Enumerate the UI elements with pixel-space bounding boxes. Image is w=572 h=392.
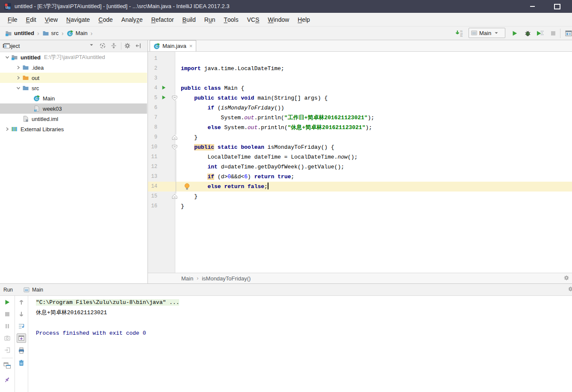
tree-item-untitled[interactable]: untitledE:\学习\java\PTA\untitled <box>0 52 147 62</box>
code-line-5[interactable]: 5 public static void main(String[] args)… <box>148 93 572 103</box>
nav-crumb-src[interactable]: src <box>42 30 59 37</box>
debug-button[interactable] <box>522 28 533 38</box>
code-line-4[interactable]: 4public class Main { <box>148 83 572 93</box>
code-line-10[interactable]: 10 public static boolean isMondayToFrida… <box>148 142 572 152</box>
minimize-button[interactable] <box>522 0 542 13</box>
menu-view[interactable]: View <box>41 13 62 26</box>
line-number: 5 <box>148 93 157 103</box>
menu-run[interactable]: Run <box>200 13 220 26</box>
run-tab-config-label[interactable]: Main <box>32 287 43 293</box>
restore-layout-button[interactable] <box>3 361 12 370</box>
menu-code[interactable]: Code <box>94 13 117 26</box>
tree-item-external-libraries[interactable]: External Libraries <box>0 124 147 134</box>
menu-tools[interactable]: Tools <box>219 13 242 26</box>
tree-item-untitled-iml[interactable]: untitled.iml <box>0 114 147 124</box>
close-tab-icon[interactable]: × <box>189 43 193 49</box>
editor-breadcrumb-class[interactable]: Main <box>181 275 193 282</box>
run-line-marker-icon[interactable] <box>161 95 166 100</box>
code-line-9[interactable]: 9 } <box>148 133 572 142</box>
code-lines[interactable]: 12import java.time.LocalDateTime;34publi… <box>148 54 572 211</box>
tree-item-src[interactable]: src <box>0 83 147 93</box>
chevron-down-icon[interactable] <box>15 85 22 91</box>
code-line-1[interactable]: 1 <box>148 54 572 64</box>
chevron-right-icon[interactable] <box>15 65 22 71</box>
menu-navigate[interactable]: Navigate <box>62 13 94 26</box>
code-line-2[interactable]: 2import java.time.LocalDateTime; <box>148 64 572 74</box>
maximize-button[interactable] <box>547 0 567 13</box>
run-toolbar-right <box>15 296 28 392</box>
hide-panel-icon[interactable] <box>135 42 142 49</box>
fold-end-icon[interactable] <box>172 135 177 140</box>
tree-item--idea[interactable]: .idea <box>0 62 147 73</box>
code-line-13[interactable]: 13 if (d>0&&d<6) return true; <box>148 172 572 182</box>
line-number: 2 <box>148 64 157 74</box>
iml-file-icon <box>22 115 29 122</box>
run-tool-window-header[interactable]: Run Main <box>0 284 572 296</box>
menu-help[interactable]: Help <box>293 13 314 26</box>
run-button[interactable] <box>510 28 520 38</box>
rerun-button[interactable] <box>3 298 12 307</box>
text-caret <box>268 183 268 189</box>
code-line-14[interactable]: 14 else return false; <box>148 182 572 192</box>
code-line-11[interactable]: 11 LocalDateTime dateTime = LocalDateTim… <box>148 152 572 162</box>
chevron-down-icon[interactable] <box>3 54 11 60</box>
gutter-markers <box>157 83 175 93</box>
run-console[interactable]: "C:\Program Files\Zulu\zulu-8\bin\java" … <box>28 296 572 392</box>
gear-icon[interactable] <box>124 42 131 49</box>
run-toolbar-left <box>0 296 15 392</box>
menu-refactor[interactable]: Refactor <box>147 13 178 26</box>
menu-file[interactable]: File <box>3 13 22 26</box>
tree-item-out[interactable]: out <box>0 73 147 83</box>
run-with-coverage-button[interactable] <box>535 28 545 38</box>
scroll-to-end-button[interactable] <box>17 333 26 343</box>
code-line-6[interactable]: 6 if (isMondayToFriday()) <box>148 103 572 113</box>
locate-file-icon[interactable] <box>99 42 106 49</box>
tab-main-java[interactable]: C Main.java × <box>150 40 196 51</box>
run-line-marker-icon[interactable] <box>161 85 166 90</box>
tree-item-label: .idea <box>32 65 44 71</box>
intention-bulb-icon[interactable] <box>184 183 190 190</box>
code-line-3[interactable]: 3 <box>148 74 572 83</box>
tree-item-week03[interactable]: Jweek03 <box>0 103 147 114</box>
fold-guide-line <box>176 100 176 135</box>
collapse-all-icon[interactable] <box>110 42 117 49</box>
tree-item-label: untitled.iml <box>32 116 58 122</box>
fold-open-icon[interactable] <box>172 95 177 101</box>
code-line-7[interactable]: 7 System.out.println("工作日+简卓林20162112302… <box>148 113 572 123</box>
nav-crumb-untitled[interactable]: untitled <box>5 30 34 37</box>
menu-vcs[interactable]: VCS <box>243 13 264 26</box>
line-number: 3 <box>148 74 157 83</box>
view-dropdown-icon[interactable] <box>89 42 94 47</box>
menu-analyze[interactable]: Analyze <box>117 13 147 26</box>
fold-open-icon[interactable] <box>172 144 177 150</box>
menu-edit[interactable]: Edit <box>22 13 41 26</box>
pin-tab-button[interactable] <box>3 375 12 385</box>
menu-window[interactable]: Window <box>264 13 294 26</box>
code-text: System.out.println("工作日+简卓林201621123021"… <box>175 113 374 123</box>
code-line-16[interactable]: 16} <box>148 201 572 211</box>
breadcrumb-gear-icon[interactable] <box>563 275 569 281</box>
tree-item-main[interactable]: CMain <box>0 93 147 103</box>
run-settings-gear-icon[interactable] <box>568 286 572 292</box>
update-project-icon[interactable]: 011001 <box>454 28 465 38</box>
code-text: else System.out.println("休息+简卓林201621123… <box>175 123 372 133</box>
nav-crumb-main[interactable]: CMain <box>67 30 88 37</box>
code-text: public class Main { <box>175 83 244 93</box>
code-editor[interactable]: 12import java.time.LocalDateTime;34publi… <box>148 52 572 273</box>
code-line-15[interactable]: 15 } <box>148 192 572 201</box>
code-line-12[interactable]: 12 int d=dateTime.getDayOfWeek().getValu… <box>148 162 572 172</box>
project-structure-icon[interactable] <box>563 28 572 38</box>
project-tool-window-header[interactable]: Project <box>0 40 147 52</box>
print-button[interactable] <box>17 346 26 355</box>
run-configuration-select[interactable]: Main <box>469 28 505 38</box>
fold-end-icon[interactable] <box>172 194 177 199</box>
breadcrumb-separator: › <box>37 30 39 37</box>
code-line-8[interactable]: 8 else System.out.println("休息+简卓林2016211… <box>148 123 572 133</box>
chevron-right-icon[interactable] <box>15 75 22 81</box>
menu-build[interactable]: Build <box>178 13 200 26</box>
editor-breadcrumb-method[interactable]: isMondayToFriday() <box>202 275 251 282</box>
soft-wrap-button[interactable] <box>17 321 26 331</box>
breadcrumb-separator: › <box>91 30 93 37</box>
clear-all-button[interactable] <box>17 358 26 368</box>
chevron-right-icon[interactable] <box>3 126 11 132</box>
